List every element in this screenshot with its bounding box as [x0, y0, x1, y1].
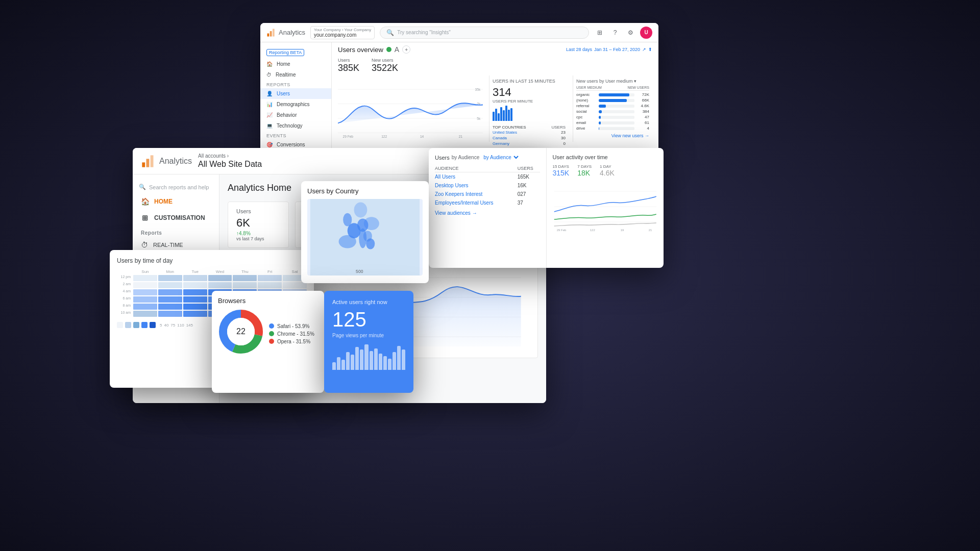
audience-row-zoo: Zoo Keepers Interest 027: [435, 190, 540, 198]
svg-text:19: 19: [620, 229, 624, 232]
cell-4-1: [158, 304, 182, 310]
activity-7days: 7 DAYS 18K: [577, 164, 592, 177]
realtime-panel: USERS IN LAST 15 MINUTES 314 USERS PER M…: [489, 76, 569, 142]
svg-point-34: [354, 202, 368, 217]
audience-desktop[interactable]: Desktop Users: [435, 181, 518, 190]
export-icon: ⬆: [648, 47, 652, 52]
help-icon-btn[interactable]: ?: [609, 27, 621, 38]
mid-nav-home[interactable]: 🏠 HOME: [133, 193, 219, 210]
active-users-count: 125: [332, 309, 405, 330]
events-section-label: EVENTS: [260, 131, 331, 139]
view-audiences-link[interactable]: View audiences →: [435, 210, 540, 216]
cell-5-1: [158, 311, 182, 317]
bar-7: [508, 110, 510, 121]
day-tue: Tue: [183, 269, 207, 274]
country-de-value: 0: [564, 141, 566, 146]
social-bar: [599, 110, 602, 113]
report-title: Users overview: [338, 46, 383, 54]
svg-text:21: 21: [648, 229, 652, 232]
user-avatar[interactable]: U: [640, 27, 652, 39]
realtime-title: USERS IN LAST 15 MINUTES: [493, 79, 566, 84]
custom-nav-icon: ⊞: [141, 214, 149, 222]
day-sun: Sun: [133, 269, 157, 274]
legend-label-40: 40: [164, 323, 168, 328]
time-4am: 4 am: [117, 289, 132, 295]
svg-rect-2: [273, 29, 275, 36]
analytics-logo-icon: [266, 28, 276, 37]
audience-all-users[interactable]: All Users: [435, 172, 518, 182]
country-us[interactable]: United States: [493, 130, 517, 135]
audience-employees-value: 37: [518, 198, 540, 207]
search-placeholder: Try searching "Insights": [397, 30, 451, 35]
audience-row-employees: Employees/Internal Users 37: [435, 198, 540, 207]
users-icon: 👤: [266, 91, 273, 96]
activity-chart-svg: 29 Feb 122 19 21: [553, 181, 658, 232]
cell-4-0: [133, 304, 157, 310]
audience-users-label: Users: [435, 155, 450, 161]
svg-rect-0: [267, 33, 270, 36]
mid-nav-customisation[interactable]: ⊞ CUSTOMISATION: [133, 210, 219, 226]
time-12pm: 12 pm: [117, 275, 132, 281]
15days-value: 315K: [553, 169, 570, 177]
cell-1-6: [283, 282, 307, 288]
users-line-chart: 35k 2k 5k 29 Feb 122 14 21: [338, 76, 483, 142]
country-row-us: United States 23: [493, 130, 566, 135]
email-bar: [599, 121, 601, 124]
search-bar[interactable]: 🔍 Try searching "Insights": [380, 27, 589, 39]
legend-chrome: Chrome - 31.5%: [269, 331, 314, 337]
active-bar-4: [346, 352, 350, 370]
realtime-per-min: USERS PER MINUTE: [493, 99, 566, 104]
audience-type-select[interactable]: by Audience: [481, 154, 520, 161]
referral-bar: [599, 105, 606, 108]
activity-15days: 15 DAYS 315K: [553, 164, 570, 177]
svg-text:5k: 5k: [477, 117, 481, 120]
organic-value: 72K: [636, 92, 649, 97]
country-us-value: 23: [561, 130, 566, 135]
grid-icon-btn[interactable]: ⊞: [594, 27, 605, 38]
status-green-dot: [386, 47, 391, 52]
mid-analytics-title: Analytics: [159, 157, 192, 166]
heatmap-title: Users by time of day: [117, 257, 307, 264]
settings-icon-btn[interactable]: ⚙: [625, 27, 636, 38]
active-bar-6: [355, 347, 359, 370]
country-ca[interactable]: Canada: [493, 136, 507, 140]
account-selector[interactable]: Your Company › Your Company your.company…: [310, 26, 375, 39]
add-comparison-btn[interactable]: +: [402, 45, 410, 54]
view-new-users-link[interactable]: View new users →: [576, 133, 649, 138]
sidebar-users[interactable]: 👤 Users: [260, 88, 331, 99]
all-accounts[interactable]: All accounts ›: [198, 153, 262, 159]
social-value: 384: [636, 109, 649, 114]
active-users-bars: [332, 344, 405, 370]
users-stat-label: Users: [338, 58, 359, 63]
active-users-sub: Page views per minute: [332, 333, 405, 338]
cell-1-0: [133, 282, 157, 288]
users-card-label: Users: [236, 208, 280, 214]
sidebar-realtime[interactable]: ⏱ Realtime: [260, 69, 331, 80]
referral-value: 4.6K: [636, 104, 649, 108]
svg-rect-14: [142, 162, 145, 167]
audience-zoo[interactable]: Zoo Keepers Interest: [435, 190, 518, 198]
sidebar-technology[interactable]: 💻 Technology: [260, 120, 331, 131]
audience-col2-header: USERS: [518, 165, 540, 172]
topbar-actions: ⊞ ? ⚙ U: [594, 27, 652, 39]
activity-numbers: 15 DAYS 315K 7 DAYS 18K 1 DAY 4.6K: [553, 164, 658, 177]
country-de[interactable]: Germany: [493, 141, 509, 146]
active-bar-16: [402, 349, 405, 370]
sidebar-behavior[interactable]: 📈 Behavior: [260, 110, 331, 120]
date-range[interactable]: Last 28 days Jan 31 – Feb 27, 2020 ↗ ⬆: [566, 47, 652, 52]
svg-text:500: 500: [356, 269, 363, 274]
search-icon: 🔍: [386, 29, 394, 36]
custom-nav-label: CUSTOMISATION: [154, 214, 205, 221]
domain-label: your.company.com: [314, 32, 371, 38]
heatmap-empty-header: [117, 269, 132, 274]
legend-0: [117, 322, 123, 328]
mid-search[interactable]: 🔍 Search reports and help: [133, 181, 219, 193]
sidebar-demographics[interactable]: 📊 Demographics: [260, 99, 331, 110]
time-10am: 10 am: [117, 311, 132, 317]
sidebar-home[interactable]: 🏠 Home: [260, 59, 331, 69]
country-map-window: Users by Country 500: [301, 181, 429, 283]
legend-label-5: 5: [160, 323, 162, 328]
new-users-referral: referral 4.6K: [576, 103, 649, 109]
users-avatar-icon: A: [395, 45, 399, 54]
audience-employees[interactable]: Employees/Internal Users: [435, 198, 518, 207]
